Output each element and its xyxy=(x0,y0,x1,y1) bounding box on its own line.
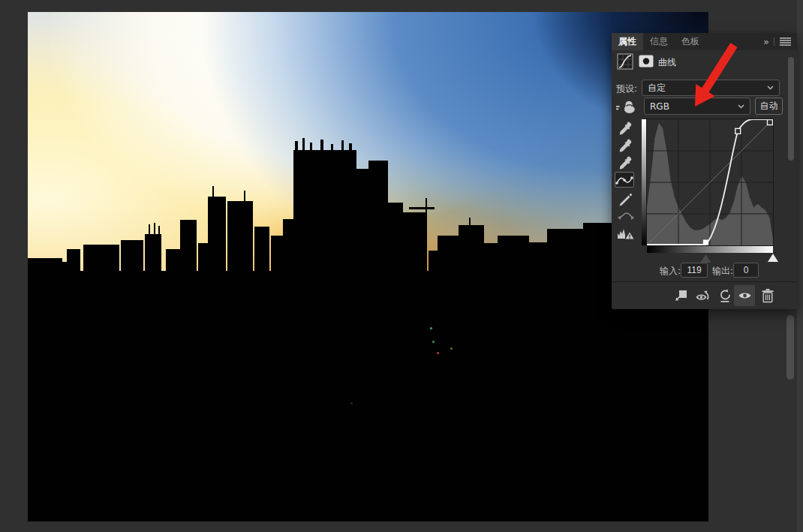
visibility-toggle-button[interactable] xyxy=(734,285,755,306)
window-right-edge xyxy=(797,0,803,532)
document-canvas-image[interactable] xyxy=(28,12,708,521)
panel-scrollbar[interactable] xyxy=(788,57,794,161)
document-vertical-scrollbar[interactable] xyxy=(786,315,794,380)
adjustment-title: 曲线 xyxy=(658,56,676,69)
channel-value: RGB xyxy=(650,101,738,112)
chevron-down-icon xyxy=(738,104,744,109)
white-point-eyedropper-icon[interactable] xyxy=(618,155,633,170)
separator xyxy=(774,38,774,46)
gray-point-eyedropper-icon[interactable] xyxy=(618,138,633,153)
city-light xyxy=(432,341,435,343)
reset-icon xyxy=(717,288,732,303)
city-light xyxy=(437,352,439,354)
preset-value: 自定 xyxy=(648,82,767,95)
input-value-field[interactable] xyxy=(681,263,708,278)
photoshop-workspace: 属性 信息 色板 » 曲线 预设: 自定 xyxy=(0,0,803,532)
panel-menu-icon[interactable] xyxy=(780,38,791,46)
curves-adjustment-icon xyxy=(617,53,633,70)
panel-tab-bar: 属性 信息 色板 » xyxy=(612,33,797,50)
city-light xyxy=(350,402,353,404)
tab-swatches[interactable]: 色板 xyxy=(675,33,706,50)
pencil-tool-icon[interactable] xyxy=(618,191,633,206)
shadow-input-slider[interactable] xyxy=(700,254,711,263)
city-skyline-silhouette xyxy=(28,125,708,521)
preset-label: 预设: xyxy=(616,83,637,95)
properties-panel: 属性 信息 色板 » 曲线 预设: 自定 xyxy=(612,33,797,309)
histogram-refresh-warning-icon[interactable] xyxy=(616,227,635,240)
clip-to-layer-icon xyxy=(673,288,688,303)
tab-properties[interactable]: 属性 xyxy=(612,33,643,50)
smooth-curve-icon[interactable] xyxy=(617,210,635,221)
view-previous-state-button[interactable] xyxy=(693,285,714,306)
layer-mask-thumbnail[interactable] xyxy=(639,55,654,68)
targeted-adjustment-tool-icon[interactable] xyxy=(615,99,636,115)
collapse-panel-icon[interactable]: » xyxy=(763,37,768,47)
reset-button[interactable] xyxy=(714,285,735,306)
city-light xyxy=(430,327,432,329)
trash-icon xyxy=(760,288,775,303)
preset-dropdown[interactable]: 自定 xyxy=(642,80,780,96)
output-gradient-bar xyxy=(642,119,646,245)
channel-dropdown[interactable]: RGB xyxy=(644,98,750,115)
curves-graph[interactable] xyxy=(647,119,773,245)
edit-points-tool[interactable] xyxy=(615,172,634,188)
input-label: 输入: xyxy=(660,265,681,278)
curve-points-icon xyxy=(615,174,633,186)
clip-to-layer-button[interactable] xyxy=(670,285,691,306)
eye-history-icon xyxy=(696,289,711,302)
highlight-input-slider[interactable] xyxy=(768,254,778,262)
output-label: 输出: xyxy=(712,265,733,278)
tab-info[interactable]: 信息 xyxy=(643,33,675,50)
eye-icon xyxy=(738,290,752,302)
separator xyxy=(612,281,797,282)
delete-adjustment-button[interactable] xyxy=(757,285,778,306)
black-point-eyedropper-icon[interactable] xyxy=(618,121,633,136)
output-value-field[interactable] xyxy=(733,263,759,278)
input-gradient-bar xyxy=(647,246,773,253)
auto-button[interactable]: 自动 xyxy=(755,98,783,115)
city-light xyxy=(450,347,453,350)
chevron-down-icon xyxy=(767,86,774,90)
